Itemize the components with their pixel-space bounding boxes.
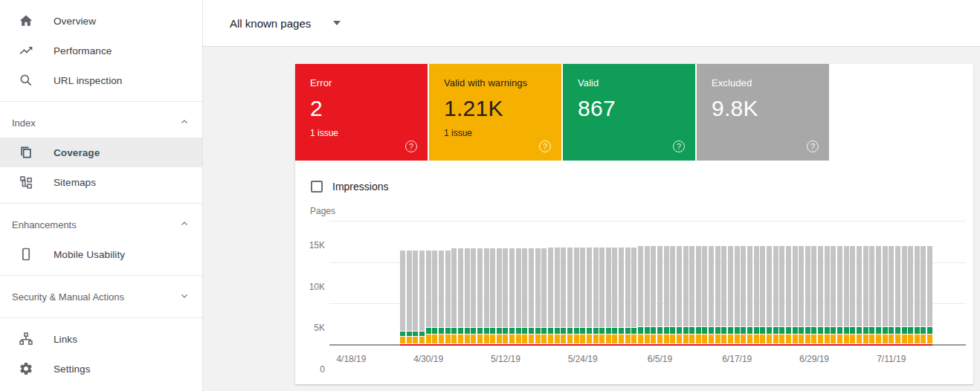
chart-bar[interactable] — [625, 248, 631, 344]
sidebar-section-security-manual-actions[interactable]: Security & Manual Actions — [0, 282, 202, 311]
chart-bar[interactable] — [728, 246, 733, 344]
chart-bar[interactable] — [522, 248, 527, 344]
excluded-card[interactable]: Excluded 9.8K ? — [697, 64, 829, 161]
chart-bar[interactable] — [651, 246, 656, 344]
help-icon[interactable]: ? — [539, 140, 551, 152]
chart-bar[interactable] — [529, 248, 534, 344]
chart-bar[interactable] — [927, 246, 932, 344]
sidebar-item-settings[interactable]: Settings — [0, 354, 202, 384]
chart-bar[interactable] — [484, 248, 489, 344]
chart-bar[interactable] — [657, 246, 663, 344]
chart-bar[interactable] — [548, 248, 553, 344]
chart-bar[interactable] — [638, 246, 643, 344]
chart-bar[interactable] — [567, 248, 573, 344]
chart-bar[interactable] — [915, 246, 920, 344]
sidebar-item-mobile-usability[interactable]: Mobile Usability — [0, 239, 202, 269]
chart-bar[interactable] — [580, 248, 585, 344]
chart-bar[interactable] — [850, 246, 855, 344]
chart-bar[interactable] — [747, 246, 752, 344]
chart-bar[interactable] — [837, 246, 842, 344]
chart-bar[interactable] — [779, 246, 784, 344]
help-icon[interactable]: ? — [807, 140, 819, 152]
chart-bar[interactable] — [645, 246, 650, 344]
chart-bar[interactable] — [612, 248, 617, 344]
chart-bar[interactable] — [715, 246, 721, 344]
sidebar-item-performance[interactable]: Performance — [0, 36, 202, 65]
chart-bar[interactable] — [773, 246, 778, 344]
chart-bar[interactable] — [670, 246, 675, 344]
chart-bar[interactable] — [400, 251, 405, 344]
sidebar-section-index[interactable]: Index — [0, 108, 202, 138]
chart-bar[interactable] — [863, 246, 868, 344]
sidebar-item-overview[interactable]: Overview — [0, 6, 202, 36]
chart-bar[interactable] — [721, 246, 726, 344]
help-icon[interactable]: ? — [673, 140, 685, 152]
chart-bar[interactable] — [902, 246, 907, 344]
chart-bar[interactable] — [619, 248, 624, 344]
chart-bar[interactable] — [825, 246, 830, 344]
chart-bar[interactable] — [876, 246, 881, 344]
chart-bar[interactable] — [689, 246, 694, 344]
chart-bar[interactable] — [754, 246, 759, 344]
chart-bar[interactable] — [664, 246, 669, 344]
chart-bar[interactable] — [541, 248, 547, 344]
chart-bar[interactable] — [509, 248, 515, 344]
chart-bar[interactable] — [631, 248, 636, 344]
chart-bar[interactable] — [889, 246, 894, 344]
impressions-checkbox[interactable] — [311, 181, 323, 193]
chart-bar[interactable] — [683, 246, 689, 344]
chart-bar[interactable] — [869, 246, 874, 344]
chart-bar[interactable] — [735, 246, 740, 344]
chart-bar[interactable] — [535, 248, 541, 344]
chart-bar[interactable] — [786, 246, 791, 344]
chart-bar[interactable] — [587, 248, 592, 344]
sidebar-item-links[interactable]: Links — [0, 324, 202, 354]
chart-bar[interactable] — [908, 246, 913, 344]
chart-bar[interactable] — [767, 246, 772, 344]
chart-bar[interactable] — [561, 248, 566, 344]
chart-bar[interactable] — [606, 248, 611, 344]
chart-bar[interactable] — [696, 246, 701, 344]
chart-bar[interactable] — [702, 246, 707, 344]
chart-bar[interactable] — [593, 248, 599, 344]
sidebar-section-enhancements[interactable]: Enhancements — [0, 210, 202, 239]
chart-bar[interactable] — [426, 251, 431, 344]
error-card[interactable]: Error 2 1 issue ? — [295, 64, 428, 161]
chart-bar[interactable] — [465, 248, 470, 344]
chart-bar[interactable] — [805, 246, 810, 344]
help-icon[interactable]: ? — [405, 140, 417, 152]
valid-card[interactable]: Valid 867 ? — [563, 64, 695, 161]
chart-bar[interactable] — [799, 246, 804, 344]
chart-bar[interactable] — [921, 246, 926, 344]
chart-bar[interactable] — [760, 246, 765, 344]
sidebar-item-sitemaps[interactable]: Sitemaps — [0, 167, 202, 197]
chart-bar[interactable] — [857, 246, 862, 344]
chart-bar[interactable] — [497, 248, 502, 344]
chart-bar[interactable] — [895, 246, 900, 344]
chart-bar[interactable] — [555, 248, 560, 344]
chart-bar[interactable] — [793, 246, 798, 344]
chart-bar[interactable] — [451, 248, 457, 344]
chart-bar[interactable] — [477, 248, 483, 344]
page-type-dropdown[interactable]: All known pages — [230, 17, 341, 30]
sidebar-item-coverage[interactable]: Coverage — [0, 138, 202, 167]
sidebar-item-url-inspection[interactable]: URL inspection — [0, 65, 202, 95]
chart-bar[interactable] — [419, 251, 425, 344]
chart-bar[interactable] — [677, 246, 682, 344]
chart-bar[interactable] — [516, 248, 521, 344]
chart-bar[interactable] — [844, 246, 849, 344]
chart-bar[interactable] — [741, 246, 746, 344]
chart-bar[interactable] — [818, 246, 823, 344]
chart-bar[interactable] — [432, 251, 437, 344]
chart-bar[interactable] — [490, 248, 495, 344]
chart-bar[interactable] — [471, 248, 476, 344]
chart-bar[interactable] — [503, 248, 508, 344]
chart-bar[interactable] — [413, 251, 418, 344]
valid-with-warnings-card[interactable]: Valid with warnings 1.21K 1 issue ? — [429, 64, 561, 161]
chart-bar[interactable] — [811, 246, 816, 344]
chart-bar[interactable] — [574, 248, 579, 344]
chart-bar[interactable] — [445, 251, 451, 344]
chart-bar[interactable] — [883, 246, 888, 344]
chart-bar[interactable] — [831, 246, 836, 344]
chart-bar[interactable] — [709, 246, 714, 344]
